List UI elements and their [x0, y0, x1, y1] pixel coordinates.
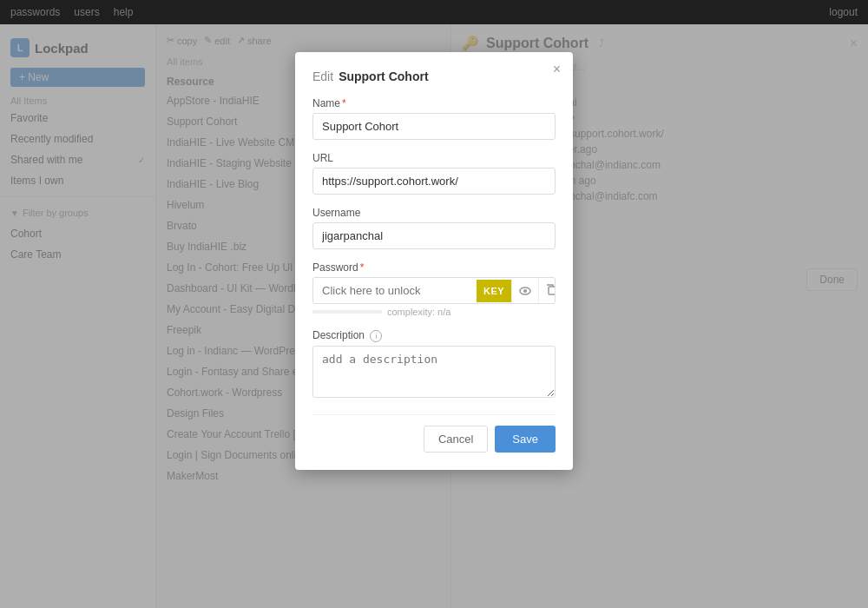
url-label: URL	[312, 152, 556, 164]
password-input-group: KEY	[312, 277, 556, 304]
complexity-bar	[312, 310, 382, 314]
description-info-icon: i	[370, 330, 382, 342]
modal-overlay: Edit Support Cohort × Name* URL Username…	[0, 0, 868, 608]
password-label: Password*	[312, 261, 556, 274]
modal-footer: Cancel Save	[312, 414, 556, 453]
save-button[interactable]: Save	[495, 426, 556, 453]
description-input[interactable]	[312, 346, 556, 398]
modal-header: Edit Support Cohort ×	[312, 69, 556, 83]
url-input[interactable]	[312, 168, 556, 195]
password-visibility-button[interactable]	[511, 279, 538, 303]
kew-button[interactable]: KEY	[477, 280, 511, 302]
url-field-group: URL	[312, 152, 556, 195]
password-required-star: *	[360, 261, 365, 274]
svg-rect-2	[549, 287, 556, 294]
cancel-button[interactable]: Cancel	[424, 426, 488, 453]
modal-header-title: Support Cohort	[339, 69, 428, 83]
description-field-group: Description i	[312, 329, 556, 400]
password-field-group: Password* KEY	[312, 261, 556, 317]
password-input[interactable]	[313, 278, 477, 303]
modal-header-prefix: Edit	[312, 69, 333, 83]
name-required-star: *	[342, 97, 346, 109]
name-input[interactable]	[312, 113, 556, 140]
description-label: Description i	[312, 329, 556, 342]
username-input[interactable]	[312, 222, 556, 249]
edit-modal: Edit Support Cohort × Name* URL Username…	[295, 52, 573, 470]
password-copy-button[interactable]	[538, 279, 556, 303]
username-field-group: Username	[312, 207, 556, 249]
modal-close-button[interactable]: ×	[553, 63, 561, 76]
name-field-group: Name*	[312, 97, 556, 140]
complexity-display: complexity: n/a	[312, 307, 556, 317]
svg-point-1	[523, 289, 527, 293]
name-label: Name*	[312, 97, 556, 109]
username-label: Username	[312, 207, 556, 219]
